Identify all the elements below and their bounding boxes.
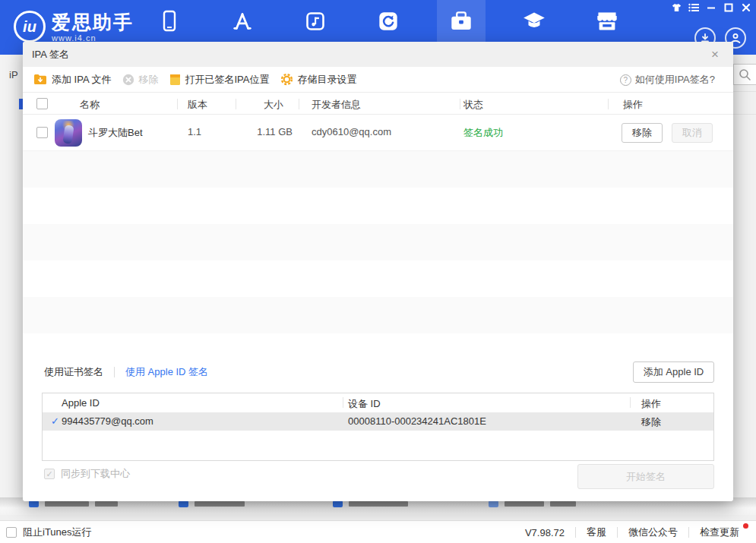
version-label: V7.98.72 <box>525 527 565 538</box>
row-cancel-button[interactable]: 取消 <box>672 123 713 143</box>
shop-icon <box>596 11 618 32</box>
block-itunes-label: 阻止iTunes运行 <box>23 526 92 539</box>
divider <box>608 99 609 109</box>
signed-folder-icon <box>169 74 181 86</box>
row-remove-button[interactable]: 移除 <box>622 123 663 143</box>
dialog-title: IPA 签名 <box>32 48 69 62</box>
tab-appleid-sign[interactable]: 使用 Apple ID 签名 <box>125 365 208 379</box>
divider <box>617 527 618 538</box>
col-device-id: 设备 ID <box>348 397 381 411</box>
add-ipa-label: 添加 IPA 文件 <box>52 73 112 87</box>
ipa-table-row[interactable]: 斗罗大陆Bet 1.1 1.11 GB cdy0610@qq.com 签名成功 … <box>23 115 733 151</box>
tab-appstore[interactable] <box>229 8 255 34</box>
developer-info: cdy0610@qq.com <box>312 126 391 137</box>
tab-toolbox[interactable] <box>448 8 474 34</box>
storage-settings-label: 存储目录设置 <box>298 73 357 87</box>
divider <box>343 397 343 408</box>
remove-circle-icon <box>122 74 134 86</box>
search-input[interactable] <box>733 64 756 85</box>
divider <box>236 99 236 109</box>
tab-cert-sign[interactable]: 使用证书签名 <box>44 365 103 379</box>
divider <box>733 114 756 115</box>
divider <box>688 527 689 538</box>
select-all-checkbox[interactable] <box>36 98 48 109</box>
open-signed-location-button[interactable]: 打开已签名IPA位置 <box>169 73 270 87</box>
app-size: 1.11 GB <box>224 126 293 137</box>
music-folder-icon <box>305 11 326 32</box>
tab-flash[interactable] <box>375 8 401 34</box>
col-developer: 开发者信息 <box>312 98 361 112</box>
divider <box>733 91 756 92</box>
app-icon <box>55 119 82 147</box>
status-bar: 阻止iTunes运行 V7.98.72 客服 微信公众号 检查更新 <box>0 520 756 543</box>
sign-method-tabs: 使用证书签名 使用 Apple ID 签名 <box>44 365 208 380</box>
check-update-link[interactable]: 检查更新 <box>700 526 739 539</box>
add-ipa-folder-icon <box>33 74 47 85</box>
menu-icon[interactable] <box>688 2 699 13</box>
minimize-icon[interactable] <box>706 2 716 13</box>
update-notification-dot <box>743 523 748 529</box>
divider <box>630 397 631 408</box>
appleid-table: Apple ID 设备 ID 操作 ✓ 994435779@qq.com 000… <box>42 393 714 461</box>
add-ipa-button[interactable]: 添加 IPA 文件 <box>33 73 112 87</box>
app-window: iu 爱思助手 www.i4.cn <box>0 0 756 543</box>
maximize-icon[interactable] <box>723 2 734 13</box>
add-apple-id-button[interactable]: 添加 Apple ID <box>633 361 714 383</box>
col-version: 版本 <box>188 98 207 112</box>
ipa-sign-dialog: IPA 签名 × 添加 IPA 文件 移除 打开已签名IPA位置 <box>23 42 733 501</box>
refresh-icon <box>378 11 399 32</box>
theme-icon[interactable] <box>671 2 682 13</box>
help-link[interactable]: ? 如何使用IPA签名? <box>620 67 715 93</box>
divider <box>460 99 460 109</box>
graduation-cap-icon <box>523 11 546 32</box>
col-size: 大小 <box>238 98 283 112</box>
app-name: 斗罗大陆Bet <box>88 126 143 140</box>
apple-id-value: 994435779@qq.com <box>62 415 153 427</box>
storage-settings-button[interactable]: 存储目录设置 <box>280 73 357 87</box>
appleid-row[interactable]: ✓ 994435779@qq.com 00008110-000234241AC1… <box>43 412 713 431</box>
close-icon[interactable] <box>741 2 751 13</box>
toolbox-icon <box>450 11 473 32</box>
appstore-icon <box>232 11 253 32</box>
remove-ipa-button[interactable]: 移除 <box>122 73 159 87</box>
divider <box>575 527 576 538</box>
background-right-strip <box>733 55 756 510</box>
appleid-table-header: Apple ID 设备 ID 操作 <box>43 393 713 412</box>
tab-device[interactable] <box>157 8 182 34</box>
device-id-value: 00008110-000234241AC1801E <box>348 415 486 427</box>
col-status: 状态 <box>463 98 483 112</box>
help-label: 如何使用IPA签名? <box>635 73 715 87</box>
background-left-strip: iP <box>0 55 23 510</box>
col-name: 名称 <box>80 98 100 112</box>
empty-table-rows <box>23 151 733 333</box>
gear-icon <box>280 73 293 86</box>
dialog-titlebar: IPA 签名 × <box>23 42 733 67</box>
support-link[interactable]: 客服 <box>587 526 606 539</box>
appleid-remove-link[interactable]: 移除 <box>641 415 661 429</box>
phone-icon <box>160 10 179 33</box>
search-icon <box>739 68 751 81</box>
block-itunes-checkbox[interactable] <box>6 527 17 538</box>
status-badge: 签名成功 <box>463 126 503 140</box>
divider <box>299 99 299 109</box>
divider <box>114 367 115 377</box>
start-sign-button[interactable]: 开始签名 <box>577 464 714 489</box>
tab-education[interactable] <box>521 8 547 34</box>
sync-label: 同步到下载中心 <box>61 467 130 481</box>
col-apple-id: Apple ID <box>62 397 100 409</box>
window-controls <box>671 2 751 13</box>
partial-sidebar-text: iP <box>9 69 18 81</box>
app-version: 1.1 <box>188 126 201 137</box>
sync-download-option: ✓ 同步到下载中心 <box>44 467 130 481</box>
row-checkbox[interactable] <box>36 127 48 138</box>
sync-checkbox[interactable]: ✓ <box>44 469 55 479</box>
open-signed-location-label: 打开已签名IPA位置 <box>185 73 270 87</box>
dialog-toolbar: 添加 IPA 文件 移除 打开已签名IPA位置 存储目录设置 <box>23 67 733 93</box>
wechat-link[interactable]: 微信公众号 <box>628 526 678 539</box>
tab-media[interactable] <box>302 8 328 34</box>
tab-store[interactable] <box>594 8 620 34</box>
ipa-table-header: 名称 版本 大小 开发者信息 状态 操作 <box>23 93 733 115</box>
dialog-close-icon[interactable]: × <box>704 42 726 67</box>
help-icon: ? <box>620 74 631 86</box>
divider <box>177 99 178 109</box>
